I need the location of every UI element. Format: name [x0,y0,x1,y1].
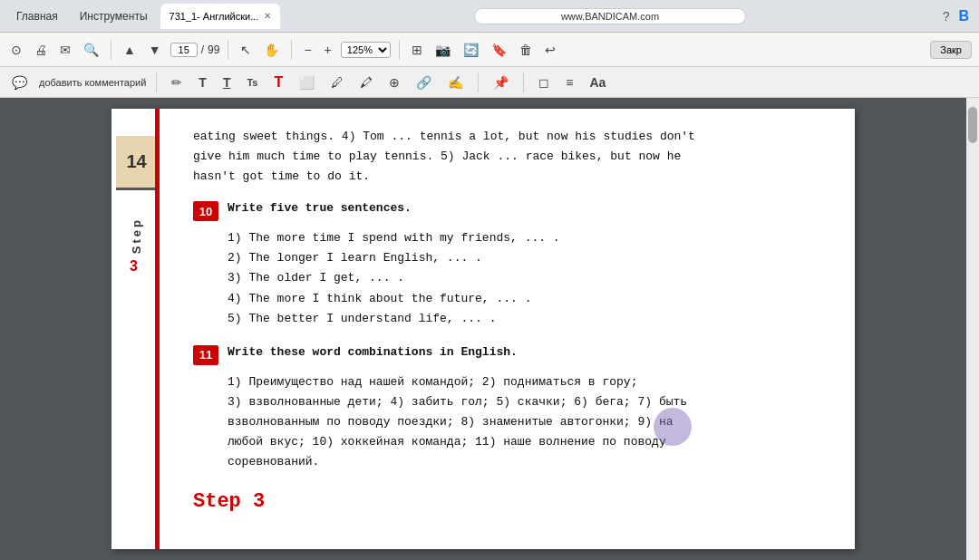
exercise-11-block: 11 Write these word combinations in Engl… [193,345,809,472]
exercise-11-body: 1) Преимущество над нашей командой; 2) п… [228,372,809,472]
tab-instruments[interactable]: Инструменты [71,4,157,29]
exercise-11-line-4: любой вкус; 10) хоккейная команда; 11) н… [228,432,809,452]
page-total: 99 [208,43,219,56]
zoom-select[interactable]: 125% 100% 150% [341,42,391,58]
address-bar[interactable]: www.BANDICAM.com [474,8,746,24]
select-tool-btn[interactable]: ⊞ [408,41,426,59]
exercise-10-body: 1) The more time I spend with my friends… [228,228,809,328]
exercise-10-item-2: 2) The longer I learn English, ... . [228,248,809,268]
toolbar-search-btn[interactable]: 🔍 [80,41,102,59]
bookmark-btn[interactable]: 🔖 [488,41,510,59]
exercise-11-title: Write these word combinations in English… [228,345,518,359]
toolbar-email-btn[interactable]: ✉ [56,41,74,59]
annot-T-big-btn[interactable]: T [269,72,287,92]
annot-T-btn[interactable]: T [194,73,211,92]
page-number-box: 14 [116,136,157,190]
annot-pin-btn[interactable]: 📌 [489,73,513,92]
browser-b-icon: B [958,8,969,24]
toolbar-sep-3 [291,40,292,60]
annot-box-btn[interactable]: ⬜ [295,73,319,92]
toolbar-right: Закр [930,41,972,59]
annot-ink-btn[interactable]: ✍ [443,73,468,92]
step-vertical-label: Step [130,217,143,254]
page-input[interactable] [170,43,198,57]
annot-sep-1 [156,72,157,92]
undo-btn[interactable]: ↩ [541,41,559,59]
close-panel-btn[interactable]: Закр [930,41,972,59]
annot-eraser-btn[interactable]: ◻ [534,73,554,92]
page-next-btn[interactable]: ▼ [145,41,165,59]
zoom-out-btn[interactable]: − [300,41,315,59]
rotate-btn[interactable]: 🔄 [460,41,482,59]
exercise-11-line-2: 3) взволнованные дети; 4) забить гол; 5)… [228,392,809,412]
toolbar-sep-1 [111,40,111,60]
cursor-tool-btn[interactable]: ↖ [237,41,255,59]
snapshot-btn[interactable]: 📷 [431,41,454,59]
hand-tool-btn[interactable]: ✋ [260,41,283,59]
annot-link-btn[interactable]: 🔗 [412,73,436,92]
browser-tab-bar: Главная Инструменты 731_1- Английски... … [0,0,979,33]
pdf-page: 14 Step 3 eating sweet things. 4) Tom ..… [111,109,855,549]
page-nav: / 99 [170,43,220,57]
exercise-10-title: Write five true sentences. [228,201,412,215]
annot-aa-btn[interactable]: Aa [585,73,610,92]
page-prev-btn[interactable]: ▲ [120,41,140,59]
exercise-11-num: 11 [193,345,218,365]
exercise-10-item-3: 3) The older I get, ... . [228,268,809,288]
help-icon[interactable]: ? [943,9,950,24]
pdf-toolbar: ⊙ 🖨 ✉ 🔍 ▲ ▼ / 99 ↖ ✋ − + 125% 100% 150% … [0,33,979,67]
annot-stamp-btn[interactable]: ⊕ [384,73,404,92]
toolbar-sep-2 [228,40,228,60]
step-bookmark: 14 Step 3 [111,109,161,549]
toolbar-sep-4 [399,40,400,60]
exercise-10-item-5: 5) The better I understand life, ... . [228,309,809,329]
exercise-11-line-5: соревнований. [228,452,809,472]
content-area: eating sweet things. 4) Tom ... tennis a… [193,127,809,513]
delete-btn[interactable]: 🗑 [516,41,536,59]
main-area: 14 Step 3 eating sweet things. 4) Tom ..… [0,98,979,560]
bottom-step-heading: Step 3 [193,490,809,513]
exercise-10-block: 10 Write five true sentences. 1) The mor… [193,201,809,328]
exercise-10-item-1: 1) The more time I spend with my friends… [228,228,809,248]
toolbar-print-btn[interactable]: 🖨 [31,41,51,59]
tab-glavnaya[interactable]: Главная [7,4,67,29]
annot-pen-btn[interactable]: 🖊 [326,73,348,92]
annot-lines-btn[interactable]: ≡ [561,73,577,92]
exercise-11-line-3: взволнованным по поводу поездки; 8) знам… [228,412,809,432]
annot-T-under-btn[interactable]: T [218,73,236,92]
toolbar-upload-btn[interactable]: ⊙ [7,41,25,59]
scrollbar[interactable] [966,98,979,560]
speech-bubble-btn[interactable]: 💬 [7,73,32,92]
top-continuation-text: eating sweet things. 4) Tom ... tennis a… [193,127,809,187]
exercise-10-header: 10 Write five true sentences. [193,201,809,221]
exercise-11-header: 11 Write these word combinations in Engl… [193,345,809,365]
scrollbar-thumb[interactable] [968,107,977,143]
tab-pdf[interactable]: 731_1- Английски... ✕ [160,4,281,29]
annot-highlight-btn[interactable]: 🖍 [355,73,377,92]
exercise-11-line-1: 1) Преимущество над нашей командой; 2) п… [228,372,809,392]
step-number-label: 3 [130,258,138,275]
tab-close-icon[interactable]: ✕ [264,11,271,21]
annot-toolbar: 💬 добавить комментарий ✏ T T Ts T ⬜ 🖊 🖍 … [0,67,979,98]
annot-sep-3 [523,72,524,92]
left-red-stripe [155,109,160,549]
zoom-in-btn[interactable]: + [321,41,335,59]
address-bar-area: www.BANDICAM.com [284,8,935,24]
annot-pencil-btn[interactable]: ✏ [167,73,187,92]
purple-circle-annotation [654,408,692,446]
add-comment-label: добавить комментарий [39,77,146,88]
exercise-10-num: 10 [193,201,218,221]
exercise-10-item-4: 4) The more I think about the future, ..… [228,289,809,309]
annot-sep-2 [478,72,479,92]
annot-Ts-btn[interactable]: Ts [242,75,262,90]
